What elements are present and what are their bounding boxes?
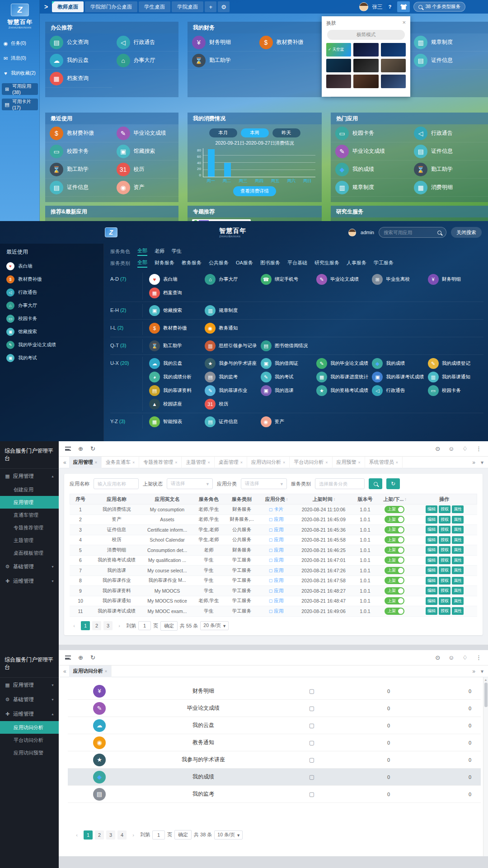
recent-app-item[interactable]: ⌂ 办事大厅: [6, 299, 97, 312]
close-icon[interactable]: ×: [283, 460, 285, 465]
page-size-select[interactable]: 10 条/页▾: [214, 830, 243, 840]
scrollbar[interactable]: ▲: [483, 677, 488, 856]
app-tile[interactable]: ▤ 证件信息: [409, 52, 488, 70]
app-tile[interactable]: ▣我的慕课考试成绩: [372, 370, 427, 384]
page-number[interactable]: 4: [117, 830, 127, 840]
properties-button[interactable]: 属性: [452, 557, 464, 564]
admin-tab[interactable]: 应用预警 ×: [333, 457, 365, 468]
category-filter-option[interactable]: 全部: [137, 259, 147, 268]
skin-thumbnail[interactable]: ✓ 天空蓝: [326, 43, 351, 57]
close-icon[interactable]: ×: [105, 669, 107, 674]
app-tile[interactable]: ✎我的慕课作业: [205, 384, 260, 397]
edit-button[interactable]: 编辑: [426, 607, 437, 615]
close-icon[interactable]: ×: [95, 460, 97, 465]
recent-app-item[interactable]: ▣ 馆藏搜索: [6, 325, 97, 338]
desktop-tab[interactable]: 学生桌面: [139, 1, 170, 12]
category-filter-option[interactable]: 财务服务: [155, 259, 174, 267]
authorize-button[interactable]: 授权: [439, 557, 450, 564]
theme-icon[interactable]: ☺: [448, 654, 454, 661]
app-tile[interactable]: ▦档案查询: [149, 286, 205, 300]
app-tile[interactable]: ▤我的监考: [205, 370, 260, 384]
app-name-input[interactable]: [94, 478, 139, 489]
app-tile[interactable]: ☁ 我的云盘: [45, 52, 112, 70]
edit-button[interactable]: 编辑: [426, 566, 437, 574]
table-row[interactable]: 9 我的慕课资料 My MOOCS 学生 学工服务 ▢应用 2020-08-21…: [70, 586, 477, 596]
app-tile[interactable]: ▤证件信息: [205, 415, 260, 429]
recent-app-item[interactable]: $ 教材费补缴: [6, 273, 97, 286]
collapse-menu-icon[interactable]: [65, 656, 71, 660]
tabs-scroll-right[interactable]: »: [469, 668, 478, 675]
close-icon[interactable]: ×: [240, 460, 243, 465]
app-tile[interactable]: ▤我的慕课资料: [149, 384, 205, 397]
collapse-menu-icon[interactable]: [65, 447, 71, 451]
page-number[interactable]: 1: [81, 621, 90, 630]
skin-thumbnail[interactable]: [381, 59, 406, 72]
close-icon[interactable]: ×: [207, 460, 210, 465]
admin-tab[interactable]: 专题推荐管理 ×: [139, 457, 182, 468]
cell-app-type-link[interactable]: ▢应用: [258, 557, 294, 563]
close-icon[interactable]: ×: [396, 460, 398, 465]
recent-app-item[interactable]: ▭ 校园卡务: [6, 312, 97, 325]
table-row[interactable]: 10 我的慕课通知 My MOOCS notice 老师,学生 学工服务 ▢应用…: [70, 596, 477, 607]
globe-icon[interactable]: ⊕: [78, 654, 83, 661]
desktop-tab[interactable]: 教师桌面: [52, 1, 84, 12]
app-tile[interactable]: ▥我的慕课通知: [428, 370, 483, 384]
tag-icon[interactable]: ♢: [462, 654, 468, 661]
category-filter-option[interactable]: 公共服务: [209, 259, 229, 267]
cell-app-type-link[interactable]: ▢应用: [258, 567, 294, 574]
menu-ops-management[interactable]: ✚ 运维管理 ▲: [0, 707, 59, 721]
app-tile[interactable]: ★我参与的学术讲座: [205, 357, 260, 370]
authorize-button[interactable]: 授权: [439, 607, 450, 615]
admin-tab[interactable]: 系统管理员 ×: [365, 457, 403, 468]
page-number[interactable]: 3: [106, 830, 115, 840]
tabs-scroll-left[interactable]: «: [61, 459, 69, 466]
search-button[interactable]: [369, 478, 382, 489]
app-tile[interactable]: ◉教务通知: [205, 321, 260, 335]
category-filter-option[interactable]: 平台基础: [287, 259, 307, 267]
column-header[interactable]: 服务类别: [225, 496, 259, 503]
table-row[interactable]: 11 我的慕课考试成绩 My MOOC exam... 学生 学工服务 ▢应用 …: [70, 606, 477, 617]
app-tile[interactable]: ✎毕业论文成绩: [316, 273, 372, 286]
edit-button[interactable]: 编辑: [426, 516, 437, 524]
authorize-button[interactable]: 授权: [439, 577, 450, 585]
properties-button[interactable]: 属性: [452, 516, 464, 524]
cell-app-type-link[interactable]: ▢应用: [258, 527, 294, 533]
close-search-button[interactable]: 关闭搜索: [451, 227, 482, 238]
publish-toggle[interactable]: 上架: [385, 526, 404, 533]
properties-button[interactable]: 属性: [452, 505, 464, 513]
admin-tab[interactable]: 应用访问分析 ×: [69, 665, 112, 677]
table-row[interactable]: 7 我的选课 My course select... 学生 学工服务 ▢应用 2…: [70, 566, 477, 576]
app-tile[interactable]: ⌂办事大厅: [205, 273, 260, 286]
sidebar-item[interactable]: ◉ 任务(0): [0, 37, 40, 50]
app-tile[interactable]: ¥ 财务明细: [188, 33, 255, 52]
submenu-item[interactable]: 桌面模板管理: [0, 547, 59, 559]
table-row[interactable]: 3 证件信息 Certificate inform... 学生,老师 公共服务 …: [70, 525, 477, 535]
skin-thumbnail[interactable]: [381, 43, 406, 57]
app-tile[interactable]: ▤ 证件信息: [409, 142, 488, 160]
submenu-item[interactable]: 创建应用: [0, 483, 59, 496]
properties-button[interactable]: 属性: [452, 607, 464, 615]
close-icon[interactable]: ×: [325, 460, 328, 465]
page-input[interactable]: [138, 621, 151, 630]
close-icon[interactable]: ×: [402, 20, 406, 27]
app-tile[interactable]: ▭校园卡务: [428, 384, 483, 397]
user-avatar[interactable]: [359, 2, 368, 11]
analysis-row[interactable]: ¥ 财务明细 ▢ 0 0: [68, 683, 481, 700]
app-tile[interactable]: ▣馆藏搜索: [149, 304, 205, 317]
authorize-button[interactable]: 授权: [439, 587, 450, 594]
column-header[interactable]: 应用名称: [92, 496, 142, 503]
table-row[interactable]: 4 校历 School Calendar 学生,老师 公共服务 ▢应用 2020…: [70, 535, 477, 546]
prev-page-button[interactable]: ‹: [70, 621, 79, 630]
category-filter-option[interactable]: 教务服务: [182, 259, 202, 267]
refresh-button[interactable]: ↻: [386, 478, 400, 489]
app-tile[interactable]: ⌂ 办事大厅: [112, 52, 179, 70]
app-tile[interactable]: ◉ 资产: [112, 179, 179, 197]
edit-button[interactable]: 编辑: [426, 546, 437, 554]
authorize-button[interactable]: 授权: [439, 546, 450, 554]
app-tile[interactable]: ▣我的借阅证: [261, 357, 316, 370]
user-name[interactable]: 张三: [372, 4, 382, 10]
recent-app-item[interactable]: ◁ 行政通告: [6, 286, 97, 299]
submenu-item[interactable]: 专题推荐管理: [0, 521, 59, 534]
app-tile[interactable]: 31 校历: [112, 160, 179, 179]
menu-ops-management[interactable]: ✚ 运维管理 ▼: [0, 574, 59, 588]
